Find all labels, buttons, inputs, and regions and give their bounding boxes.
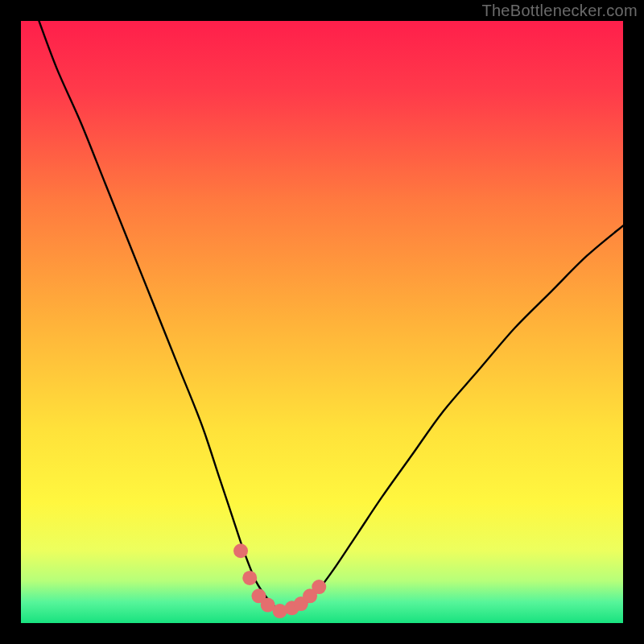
highlight-dot: [242, 571, 257, 585]
gradient-background: [21, 21, 623, 623]
highlight-dot: [233, 543, 248, 558]
chart-frame: [21, 21, 623, 623]
watermark-text: TheBottlenecker.com: [481, 2, 638, 20]
highlight-dot: [312, 580, 326, 594]
highlight-dot: [273, 604, 287, 618]
chart-svg: [21, 21, 623, 623]
